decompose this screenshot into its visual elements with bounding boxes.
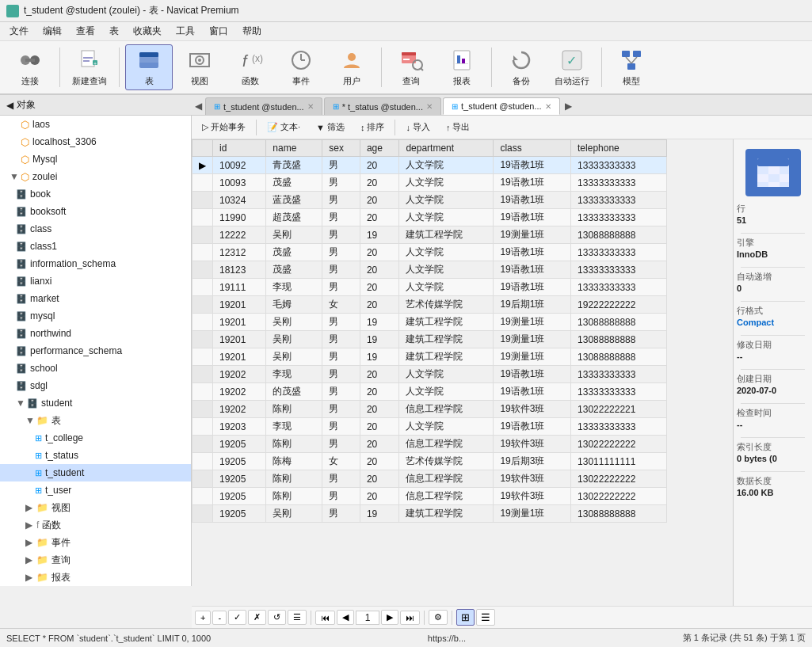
cell-class[interactable]: 19语教1班 [494,383,571,401]
cell-department[interactable]: 建筑工程学院 [399,314,494,331]
sidebar-item-laos[interactable]: ⬡ laos [0,116,191,133]
sidebar-item-report-folder[interactable]: ▶ 📁 报表 [0,569,191,586]
cell-class[interactable]: 19语教1班 [494,279,571,296]
tab-close-icon[interactable]: ✕ [307,102,314,111]
toolbar-function[interactable]: f(x) 函数 [227,44,274,90]
nav-prev[interactable]: ◀ [6,100,13,111]
cell-sex[interactable]: 女 [322,296,360,314]
cell-name[interactable]: 陈梅 [266,453,322,470]
cell-department[interactable]: 建筑工程学院 [399,348,494,366]
cell-telephone[interactable]: 13333333333 [571,383,667,401]
grid-view-button[interactable]: ⊞ [456,609,475,626]
first-page-button[interactable]: ⏮ [315,611,335,625]
table-scroll[interactable]: id name sex age department class telepho… [192,139,733,606]
import-button[interactable]: ↓ 导入 [400,119,436,135]
toolbar-user[interactable]: 用户 [328,44,376,90]
cell-id[interactable]: 19205 [213,488,266,505]
col-department[interactable]: department [399,140,494,157]
cell-class[interactable]: 19测量1班 [494,331,571,348]
cell-age[interactable]: 20 [360,453,399,470]
settings-button[interactable]: ⚙ [429,610,448,625]
cell-class[interactable]: 19语教1班 [494,157,571,174]
table-row[interactable]: 19203李现男20人文学院19语教1班13333333333 [193,418,667,436]
cancel-button[interactable]: ✗ [248,610,266,625]
cell-age[interactable]: 20 [360,401,399,418]
cell-name[interactable]: 蓝茂盛 [266,192,322,209]
sidebar-item-table-folder[interactable]: ▼ 📁 表 [0,412,191,429]
cell-department[interactable]: 信息工程学院 [399,488,494,505]
cell-age[interactable]: 20 [360,192,399,209]
sidebar-item-t-user[interactable]: ⊞ t_user [0,481,191,499]
cell-sex[interactable]: 男 [322,418,360,436]
table-row[interactable]: 19201吴刚男19建筑工程学院19测量1班13088888888 [193,331,667,348]
cell-class[interactable]: 19测量1班 [494,505,571,523]
cell-department[interactable]: 艺术传媒学院 [399,296,494,314]
sidebar-item-lianxi[interactable]: 🗄️ lianxi [0,272,191,290]
tab-nav-right[interactable]: ▶ [562,97,575,115]
cell-telephone[interactable]: 13011111111 [571,453,667,470]
cell-id[interactable]: 19111 [213,279,266,296]
col-id[interactable]: id [213,140,266,157]
sidebar-item-class1[interactable]: 🗄️ class1 [0,238,191,255]
cell-age[interactable]: 20 [360,488,399,505]
menu-table[interactable]: 表 [103,23,125,40]
table-row[interactable]: 19201毛姆女20艺术传媒学院19后期1班19222222222 [193,296,667,314]
cell-age[interactable]: 20 [360,296,399,314]
cell-class[interactable]: 19软件3班 [494,488,571,505]
table-row[interactable]: 19202陈刚男20信息工程学院19软件3班13022222221 [193,401,667,418]
cell-name[interactable]: 青茂盛 [266,157,322,174]
cell-age[interactable]: 19 [360,505,399,523]
cell-class[interactable]: 19语教1班 [494,174,571,192]
form-view-button[interactable]: ☰ [476,609,495,626]
toolbar-auto-run[interactable]: ✓ 自动运行 [548,44,596,90]
col-sex[interactable]: sex [322,140,360,157]
cell-age[interactable]: 19 [360,348,399,366]
cell-sex[interactable]: 男 [322,209,360,226]
cell-age[interactable]: 20 [360,174,399,192]
cell-age[interactable]: 19 [360,226,399,244]
table-row[interactable]: 12222吴刚男19建筑工程学院19测量1班13088888888 [193,226,667,244]
cell-sex[interactable]: 男 [322,279,360,296]
cell-age[interactable]: 19 [360,331,399,348]
cell-name[interactable]: 陈刚 [266,401,322,418]
cell-department[interactable]: 信息工程学院 [399,401,494,418]
cell-telephone[interactable]: 13333333333 [571,192,667,209]
cell-name[interactable]: 吴刚 [266,348,322,366]
cell-name[interactable]: 毛姆 [266,296,322,314]
cell-department[interactable]: 人文学院 [399,244,494,261]
cell-telephone[interactable]: 13022222221 [571,401,667,418]
filter-button[interactable]: ▼ 筛选 [311,119,350,135]
table-row[interactable]: 19201吴刚男19建筑工程学院19测量1班13088888888 [193,348,667,366]
tab-t-status[interactable]: ⊞ * t_status @studen... ✕ [324,97,441,115]
sidebar-item-zoulei[interactable]: ▼ ⬡ zoulei [0,168,191,185]
cell-id[interactable]: 11990 [213,209,266,226]
cell-id[interactable]: 19205 [213,453,266,470]
cell-name[interactable]: 吴刚 [266,505,322,523]
cell-id[interactable]: 10092 [213,157,266,174]
toolbar-backup[interactable]: 备份 [497,44,545,90]
cell-telephone[interactable]: 13333333333 [571,418,667,436]
sidebar-item-information-schema[interactable]: 🗄️ information_schema [0,255,191,272]
cell-telephone[interactable]: 13022222222 [571,470,667,488]
cell-name[interactable]: 的茂盛 [266,383,322,401]
col-telephone[interactable]: telephone [571,140,667,157]
toolbar-event[interactable]: 事件 [277,44,325,90]
tab-t-student-1[interactable]: ⊞ t_student @studen... ✕ [205,97,322,115]
cell-id[interactable]: 19202 [213,401,266,418]
cell-age[interactable]: 20 [360,261,399,279]
cell-telephone[interactable]: 13333333333 [571,209,667,226]
cell-department[interactable]: 人文学院 [399,174,494,192]
cell-sex[interactable]: 男 [322,366,360,383]
begin-transaction-button[interactable]: ▷ 开始事务 [196,119,251,135]
cell-class[interactable]: 19后期1班 [494,296,571,314]
cell-class[interactable]: 19语教1班 [494,261,571,279]
sidebar-item-t-college[interactable]: ⊞ t_college [0,429,191,447]
cell-id[interactable]: 18123 [213,261,266,279]
menu-file[interactable]: 文件 [3,23,35,40]
cell-class[interactable]: 19语教1班 [494,209,571,226]
table-row[interactable]: 19205陈刚男20信息工程学院19软件3班13022222222 [193,470,667,488]
cell-id[interactable]: 19205 [213,436,266,453]
cell-name[interactable]: 李现 [266,418,322,436]
cell-name[interactable]: 吴刚 [266,314,322,331]
cell-sex[interactable]: 男 [322,383,360,401]
